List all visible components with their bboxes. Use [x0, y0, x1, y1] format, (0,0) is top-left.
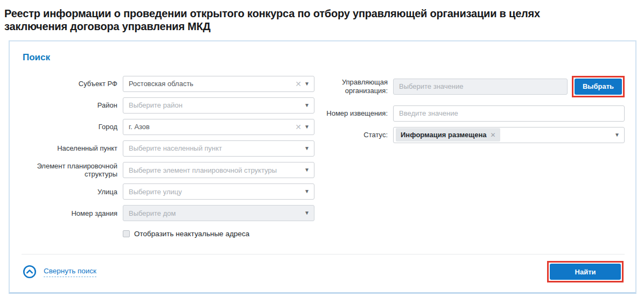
status-select[interactable]: Информация размещена ✕ ▼	[393, 127, 625, 143]
chip-remove-icon[interactable]: ✕	[491, 131, 496, 139]
field-row-building-number: Номер здания Выберите дом ▼	[22, 205, 314, 221]
page-title: Реестр информации о проведении открытого…	[4, 7, 554, 33]
chevron-down-icon[interactable]: ▼	[304, 167, 310, 173]
street-label: Улица	[22, 188, 117, 196]
field-row-subject-rf: Субъект РФ Ростовская область ✕ ▼	[22, 76, 314, 92]
settlement-placeholder: Выберите населенный пункт	[129, 144, 304, 152]
planning-element-select[interactable]: Выберите элемент планировочной структуры…	[123, 162, 314, 178]
find-button-highlight: Найти	[547, 261, 624, 282]
chevron-down-icon[interactable]: ▼	[304, 146, 310, 151]
field-row-planning-element: Элемент планировочной структуры Выберите…	[22, 162, 314, 179]
city-label: Город	[22, 123, 117, 131]
address-fields-column: Субъект РФ Ростовская область ✕ ▼ Район …	[22, 76, 314, 238]
field-row-street: Улица Выберите улицу ▼	[22, 183, 314, 200]
search-form: Субъект РФ Ростовская область ✕ ▼ Район …	[22, 76, 625, 238]
subject-rf-select[interactable]: Ростовская область ✕ ▼	[123, 76, 314, 92]
settlement-label: Населенный пункт	[22, 144, 117, 152]
subject-rf-label: Субъект РФ	[22, 80, 117, 88]
status-chip-value: Информация размещена	[401, 131, 487, 139]
management-org-label: Управляющая организация:	[324, 78, 388, 95]
status-chip: Информация размещена ✕	[396, 128, 500, 142]
chevron-down-icon[interactable]: ▼	[304, 124, 310, 130]
criteria-fields-column: Управляющая организация: Выберите значен…	[324, 76, 625, 238]
chevron-down-icon[interactable]: ▼	[304, 81, 310, 87]
district-placeholder: Выберите район	[129, 101, 304, 109]
city-select[interactable]: г. Азов ✕ ▼	[123, 119, 314, 135]
field-row-status: Статус: Информация размещена ✕ ▼	[324, 127, 625, 143]
search-panel: Поиск Субъект РФ Ростовская область ✕ ▼ …	[9, 40, 636, 294]
collapse-search-label: Свернуть поиск	[44, 267, 96, 277]
planning-element-placeholder: Выберите элемент планировочной структуры	[129, 166, 304, 174]
planning-element-label: Элемент планировочной структуры	[22, 162, 117, 179]
field-row-notice-number: Номер извещения:	[324, 105, 625, 122]
inactive-addresses-row: Отобразить неактуальные адреса	[123, 230, 314, 238]
chevron-up-circle-icon	[23, 265, 37, 279]
district-label: Район	[22, 101, 117, 109]
chevron-down-icon[interactable]: ▼	[614, 132, 620, 138]
district-select[interactable]: Выберите район ▼	[123, 97, 314, 114]
chevron-down-icon: ▼	[304, 210, 310, 216]
select-button-highlight: Выбрать	[572, 76, 625, 97]
street-placeholder: Выберите улицу	[129, 188, 304, 196]
chevron-down-icon[interactable]: ▼	[304, 103, 310, 108]
collapse-search-link[interactable]: Свернуть поиск	[23, 265, 96, 279]
find-button[interactable]: Найти	[550, 264, 621, 280]
status-label: Статус:	[324, 131, 388, 139]
field-row-district: Район Выберите район ▼	[22, 97, 314, 114]
management-org-placeholder: Выберите значение	[399, 82, 563, 90]
city-value: г. Азов	[129, 123, 295, 131]
management-org-field: Выберите значение	[393, 79, 568, 95]
search-panel-title: Поиск	[23, 52, 625, 63]
clear-icon[interactable]: ✕	[295, 123, 302, 131]
building-number-select: Выберите дом ▼	[123, 205, 314, 221]
building-number-label: Номер здания	[22, 209, 117, 217]
field-row-city: Город г. Азов ✕ ▼	[22, 119, 314, 135]
street-select[interactable]: Выберите улицу ▼	[123, 183, 314, 200]
subject-rf-value: Ростовская область	[129, 80, 295, 88]
building-number-placeholder: Выберите дом	[129, 209, 304, 217]
inactive-addresses-label: Отобразить неактуальные адреса	[134, 230, 249, 238]
clear-icon[interactable]: ✕	[295, 80, 302, 88]
select-org-button[interactable]: Выбрать	[575, 79, 622, 95]
notice-number-label: Номер извещения:	[324, 109, 388, 117]
field-row-settlement: Населенный пункт Выберите населенный пун…	[22, 140, 314, 157]
notice-number-input[interactable]	[393, 105, 625, 122]
chevron-down-icon[interactable]: ▼	[304, 189, 310, 194]
settlement-select[interactable]: Выберите населенный пункт ▼	[123, 140, 314, 157]
field-row-management-org: Управляющая организация: Выберите значен…	[324, 76, 625, 97]
search-actions-bar: Свернуть поиск Найти	[22, 254, 625, 287]
inactive-addresses-checkbox[interactable]	[123, 230, 130, 237]
